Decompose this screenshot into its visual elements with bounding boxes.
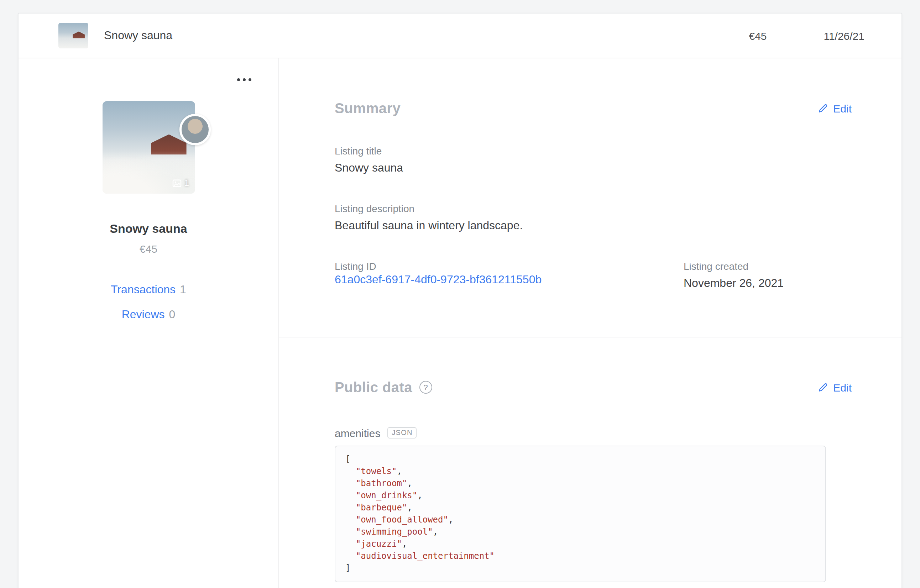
- listing-created-label: Listing created: [684, 261, 852, 272]
- listing-id-label: Listing ID: [335, 261, 684, 272]
- pencil-icon: [818, 103, 828, 113]
- listing-header-title: Snowy sauna: [104, 29, 172, 42]
- listing-description-value: Beautiful sauna in wintery landscape.: [335, 218, 852, 233]
- summary-edit-label: Edit: [833, 102, 852, 114]
- sidebar-link[interactable]: Reviews: [122, 308, 165, 320]
- help-icon[interactable]: ?: [420, 381, 432, 394]
- listing-created-value: November 26, 2021: [684, 275, 852, 291]
- sidebar-listing-price: €45: [44, 243, 253, 255]
- json-type-badge: JSON: [387, 427, 416, 439]
- listing-detail-card: Snowy sauna €45 11/26/21 1: [18, 13, 902, 588]
- summary-section: Summary Edit Listing title Snowy sauna L…: [279, 58, 902, 337]
- listing-header-row: Snowy sauna €45 11/26/21: [18, 13, 902, 58]
- listing-thumbnail: [58, 23, 88, 49]
- json-array-item: "swimming_pool",: [345, 526, 815, 538]
- amenities-field-header: amenities JSON: [335, 426, 852, 440]
- json-array-item: "audiovisual_entertainment": [345, 550, 815, 562]
- listing-photo-wrap: 1: [44, 101, 253, 194]
- amenities-label: amenities: [335, 427, 380, 439]
- summary-title: Summary: [335, 98, 400, 118]
- more-options-button[interactable]: [44, 77, 253, 83]
- sidebar-link-count: 1: [180, 283, 186, 295]
- sidebar-link-row: Reviews0: [44, 308, 253, 321]
- amenities-json-block: [ "towels", "bathroom", "own_drinks", "b…: [335, 445, 826, 582]
- dot-icon: [248, 78, 251, 81]
- listing-created-field: Listing created November 26, 2021: [684, 261, 852, 291]
- summary-section-head: Summary Edit: [335, 98, 852, 118]
- listing-header-price: €45: [749, 29, 766, 42]
- image-count-badge: 1: [172, 178, 189, 188]
- image-count: 1: [185, 178, 189, 188]
- listing-sidebar: 1 Snowy sauna €45 Transactions1 Reviews0: [18, 58, 279, 588]
- listing-id-field: Listing ID 61a0c3ef-6917-4df0-9723-bf361…: [335, 261, 684, 291]
- pencil-icon: [818, 382, 828, 392]
- json-bracket-open: [: [345, 454, 815, 466]
- json-array-item: "own_drinks",: [345, 490, 815, 502]
- json-array-item: "jacuzzi",: [345, 538, 815, 550]
- public-data-title: Public data ?: [335, 377, 432, 397]
- public-data-edit-label: Edit: [833, 381, 852, 393]
- public-data-section-head: Public data ? Edit: [335, 377, 852, 397]
- dot-icon: [237, 78, 240, 81]
- sidebar-listing-name: Snowy sauna: [44, 222, 253, 236]
- json-array-item: "own_food_allowed",: [345, 514, 815, 526]
- json-array-item: "barbeque",: [345, 502, 815, 514]
- listing-header-date: 11/26/21: [823, 29, 865, 42]
- sidebar-link-count: 0: [169, 308, 175, 320]
- summary-edit-button[interactable]: Edit: [818, 102, 852, 114]
- listing-photo[interactable]: 1: [102, 101, 195, 194]
- listing-description-field: Listing description Beautiful sauna in w…: [335, 203, 852, 233]
- json-array-item: "bathroom",: [345, 478, 815, 490]
- page: Snowy sauna €45 11/26/21 1: [0, 0, 920, 588]
- photo-icon: [172, 179, 181, 187]
- sidebar-links: Transactions1 Reviews0: [44, 283, 253, 321]
- sidebar-link[interactable]: Transactions: [111, 283, 175, 295]
- dot-icon: [243, 78, 246, 81]
- json-array-item: "towels",: [345, 466, 815, 478]
- json-array-items: "towels", "bathroom", "own_drinks", "bar…: [345, 466, 815, 562]
- listing-id-link[interactable]: 61a0c3ef-6917-4df0-9723-bf361211550b: [335, 273, 541, 285]
- listing-description-label: Listing description: [335, 203, 852, 214]
- sidebar-link-row: Transactions1: [44, 283, 253, 296]
- listing-title-field: Listing title Snowy sauna: [335, 145, 852, 176]
- listing-title-value: Snowy sauna: [335, 160, 852, 176]
- card-body: 1 Snowy sauna €45 Transactions1 Reviews0: [18, 58, 902, 588]
- json-bracket-close: ]: [345, 562, 815, 575]
- listing-main: Summary Edit Listing title Snowy sauna L…: [279, 58, 902, 588]
- public-data-title-text: Public data: [335, 377, 412, 397]
- listing-meta-row: Listing ID 61a0c3ef-6917-4df0-9723-bf361…: [335, 233, 852, 291]
- listing-title-label: Listing title: [335, 145, 852, 157]
- author-avatar[interactable]: [179, 114, 211, 145]
- public-data-section: Public data ? Edit amenities JSON [: [279, 337, 902, 588]
- public-data-edit-button[interactable]: Edit: [818, 381, 852, 393]
